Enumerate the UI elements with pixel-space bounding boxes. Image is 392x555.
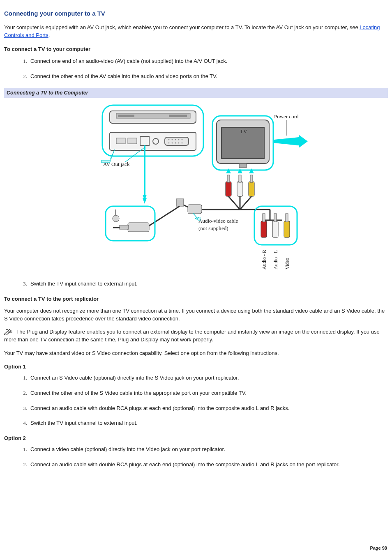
list-item: 2.Connect an audio cable with double RCA… — [19, 461, 388, 469]
page-title: Connecting your computer to a TV — [4, 9, 388, 18]
connection-diagram: AV Out jack TV Power cord — [77, 104, 315, 272]
tv-icon: TV — [217, 120, 269, 168]
svg-marker-27 — [274, 135, 308, 148]
svg-rect-58 — [274, 214, 277, 222]
step-number: 4. — [19, 419, 27, 427]
svg-marker-31 — [226, 168, 231, 173]
svg-rect-3 — [169, 115, 187, 117]
intro-text-post: . — [48, 32, 50, 38]
svg-marker-37 — [249, 168, 254, 173]
step-number: 1. — [19, 374, 27, 382]
svg-rect-36 — [250, 175, 253, 182]
label-pointer — [193, 213, 200, 221]
step-text: Connect a video cable (optional) directl… — [30, 446, 225, 452]
list-item: 1.Connect an S Video cable (optional) di… — [19, 374, 388, 382]
laptop-icon — [110, 111, 196, 123]
section2-heading: To connect a TV to the port replicator — [4, 295, 388, 303]
cable-splitter — [176, 199, 202, 214]
list-item: 3.Connect an audio cable with double RCA… — [19, 405, 388, 412]
power-cord-arrow — [274, 135, 308, 148]
svg-rect-59 — [284, 221, 290, 237]
svg-rect-56 — [263, 214, 265, 222]
diagram-label-audio-r: Audio - R — [261, 250, 267, 269]
section1-heading: To connect a TV to your computer — [4, 46, 388, 53]
step-number: 1. — [19, 446, 27, 454]
option1-heading: Option 1 — [4, 363, 388, 371]
note-paragraph: The Plug and Display feature enables you… — [4, 328, 388, 344]
diagram-label-cable: Audio-video cable — [198, 218, 238, 224]
diagram-label-av-out: AV Out jack — [103, 161, 130, 167]
step-number: 3. — [19, 405, 27, 412]
step-number: 1. — [19, 58, 27, 65]
document-page: Connecting your computer to a TV Your co… — [0, 0, 392, 555]
step-text: Connect one end of an audio-video (AV) c… — [30, 58, 227, 64]
svg-rect-29 — [226, 182, 231, 196]
step-text: Connect an audio cable with double RCA p… — [30, 405, 289, 411]
mini-plug-icon — [113, 210, 149, 232]
list-item: 3.Switch the TV input channel to externa… — [19, 280, 388, 288]
option1-steps: 1.Connect an S Video cable (optional) di… — [4, 374, 388, 427]
option2-heading: Option 2 — [4, 435, 388, 442]
port-panel — [110, 132, 196, 150]
svg-rect-57 — [272, 221, 278, 237]
svg-rect-26 — [239, 164, 247, 168]
step-number: 2. — [19, 73, 27, 81]
step-text: Connect the other end of the AV cable in… — [30, 73, 217, 79]
diagram-label-tv: TV — [240, 128, 247, 134]
intro-text-pre: Your computer is equipped with an AV Out… — [4, 24, 360, 30]
diagram-label-cable-sub: (not supplied) — [198, 225, 228, 231]
svg-point-16 — [172, 143, 173, 144]
svg-point-15 — [168, 143, 170, 144]
svg-rect-35 — [249, 182, 254, 196]
svg-rect-32 — [237, 182, 243, 196]
list-item: 1.Connect one end of an audio-video (AV)… — [19, 58, 388, 65]
step-text: Connect an audio cable with double RCA p… — [30, 461, 340, 467]
connection-arrow — [143, 145, 147, 200]
svg-point-18 — [178, 143, 180, 144]
section2-p1: Your computer does not recognize more th… — [4, 307, 388, 323]
svg-marker-50 — [195, 217, 200, 221]
svg-marker-34 — [238, 168, 242, 173]
rca-plugs-to-tv — [201, 168, 254, 210]
step-text: Connect an S Video cable (optional) dire… — [30, 375, 239, 381]
cable-line — [148, 206, 180, 227]
svg-rect-6 — [128, 138, 137, 144]
diagram-label-video: Video — [284, 258, 290, 269]
note-text: The Plug and Display feature enables you… — [4, 329, 380, 343]
section1-steps-b: 3.Switch the TV input channel to externa… — [4, 280, 388, 288]
list-item: 4.Switch the TV input channel to externa… — [19, 419, 388, 427]
list-item: 1.Connect a video cable (optional) direc… — [19, 446, 388, 454]
svg-point-17 — [175, 143, 176, 144]
step-number: 2. — [19, 461, 27, 469]
page-number: Page 98 — [370, 545, 387, 552]
arrow-icon — [143, 198, 147, 204]
svg-rect-44 — [176, 199, 184, 206]
figure-caption: Connecting a TV to the Computer — [4, 88, 388, 98]
svg-point-10 — [168, 139, 170, 140]
svg-rect-2 — [118, 115, 134, 117]
svg-point-12 — [175, 139, 176, 140]
option2-steps: 1.Connect a video cable (optional) direc… — [4, 446, 388, 469]
svg-rect-5 — [116, 138, 125, 144]
svg-rect-30 — [227, 175, 230, 182]
svg-rect-45 — [128, 223, 149, 232]
step-number: 3. — [19, 280, 27, 288]
svg-point-48 — [113, 215, 119, 222]
step-text: Switch the TV input channel to external … — [30, 281, 138, 287]
svg-rect-55 — [261, 221, 267, 237]
step-text: Switch the TV input channel to external … — [30, 420, 138, 426]
svg-rect-9 — [165, 137, 189, 145]
svg-line-40 — [240, 196, 251, 210]
step-text: Connect the other end of the S Video cab… — [30, 390, 247, 396]
svg-rect-60 — [286, 214, 288, 222]
intro-paragraph: Your computer is equipped with an AV Out… — [4, 24, 388, 39]
svg-rect-42 — [188, 205, 202, 214]
svg-point-11 — [172, 139, 173, 140]
svg-line-38 — [228, 196, 240, 210]
svg-rect-33 — [239, 175, 241, 182]
note-pencil-icon — [4, 329, 13, 335]
step-number: 2. — [19, 389, 27, 397]
list-item: 2.Connect the other end of the S Video c… — [19, 389, 388, 397]
svg-point-19 — [182, 143, 183, 144]
svg-point-13 — [178, 139, 180, 140]
